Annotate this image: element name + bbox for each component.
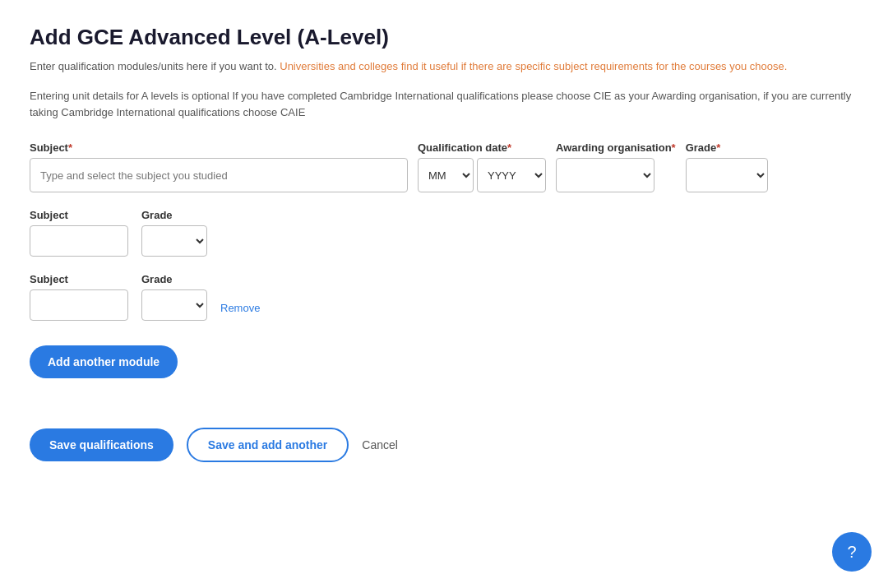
module2-subject-group: Subject [30, 273, 128, 321]
qual-date-group: Qualification date* MM 010203 040506 070… [418, 141, 546, 192]
module2-subject-input[interactable] [30, 289, 128, 321]
awarding-select[interactable]: AQA CIE CAIE Edexcel OCR WJEC [556, 158, 654, 192]
module1-grade-group: Grade A*AB CDE [141, 209, 207, 257]
page-title: Add GCE Advanced Level (A-Level) [30, 25, 858, 50]
module-row-2: Subject Grade A*AB CDE Remove [30, 273, 858, 321]
subject-input[interactable] [30, 158, 408, 192]
module1-subject-group: Subject [30, 209, 128, 257]
grade-main-group: Grade* A* A B C D E [686, 141, 768, 192]
module1-subject-label: Subject [30, 209, 128, 221]
help-icon[interactable]: ? [832, 532, 872, 572]
modules-section: Subject Grade A*AB CDE Subject Grade A*A… [30, 209, 858, 321]
info-text: Entering unit details for A levels is op… [30, 88, 858, 123]
subtitle: Enter qualification modules/units here i… [30, 58, 858, 75]
grade-main-select[interactable]: A* A B C D E [686, 158, 768, 192]
save-qualifications-button[interactable]: Save qualifications [30, 428, 173, 461]
main-form-row: Subject* Qualification date* MM 010203 0… [30, 141, 858, 192]
module2-grade-label: Grade [141, 273, 207, 285]
month-select[interactable]: MM 010203 040506 070809 101112 [418, 158, 474, 192]
module1-grade-label: Grade [141, 209, 207, 221]
module2-grade-group: Grade A*AB CDE [141, 273, 207, 321]
subject-label: Subject* [30, 141, 408, 154]
module1-subject-input[interactable] [30, 225, 128, 257]
footer-buttons: Save qualifications Save and add another… [30, 428, 858, 462]
qual-date-label: Qualification date* [418, 141, 546, 154]
year-select[interactable]: YYYY 202420232022 202120202019 2018 [477, 158, 546, 192]
module1-grade-select[interactable]: A*AB CDE [141, 225, 207, 257]
grade-main-label: Grade* [686, 141, 768, 154]
add-module-button[interactable]: Add another module [30, 345, 178, 378]
awarding-label: Awarding organisation* [556, 141, 676, 154]
subject-group: Subject* [30, 141, 408, 192]
awarding-group: Awarding organisation* AQA CIE CAIE Edex… [556, 141, 676, 192]
module-row-1: Subject Grade A*AB CDE [30, 209, 858, 257]
save-add-another-button[interactable]: Save and add another [187, 428, 349, 462]
cancel-link[interactable]: Cancel [362, 438, 398, 451]
remove-module2-link[interactable]: Remove [220, 302, 260, 314]
module2-subject-label: Subject [30, 273, 128, 285]
module2-grade-select[interactable]: A*AB CDE [141, 289, 207, 321]
date-selects: MM 010203 040506 070809 101112 YYYY 2024… [418, 158, 546, 192]
